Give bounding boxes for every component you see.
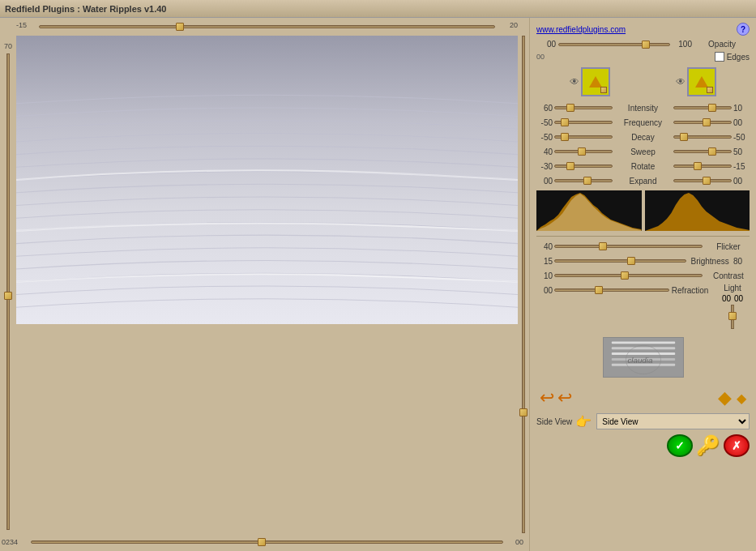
opacity-slider-thumb[interactable] — [642, 41, 650, 49]
undo-icon[interactable]: ↩ — [540, 387, 554, 408]
edges-checkbox[interactable] — [715, 52, 724, 62]
eye-icon-left[interactable]: 👁 — [570, 76, 579, 88]
wave-icon-group-right: 👁 — [676, 67, 716, 96]
rotate-thumb[interactable] — [566, 162, 574, 170]
intensity-left-value: 60 — [533, 104, 553, 113]
sweep-thumb-right[interactable] — [708, 147, 716, 156]
rotate-slider-right[interactable] — [673, 164, 732, 168]
light-vert-thumb[interactable] — [728, 312, 737, 320]
right-vert-thumb[interactable] — [519, 408, 527, 416]
opacity-label: Opacity — [694, 40, 750, 49]
top-slider-left-value: -15 — [16, 21, 27, 29]
decay-slider[interactable] — [554, 135, 613, 139]
refraction-section: 00 Refraction — [533, 284, 709, 297]
right-vert-slider[interactable] — [518, 36, 529, 533]
ok-button[interactable]: ✓ — [667, 434, 693, 457]
cancel-button[interactable]: ✗ — [724, 434, 750, 457]
wave-icons-row: 👁 👁 — [533, 64, 753, 100]
bottom-slider-thumb[interactable] — [258, 538, 266, 546]
rotate-thumb-right[interactable] — [694, 162, 702, 170]
opacity-slider-track[interactable] — [558, 43, 670, 46]
refraction-slider[interactable] — [554, 288, 669, 292]
right-vert-track[interactable] — [522, 36, 525, 533]
intensity-thumb-right[interactable] — [708, 104, 716, 112]
flicker-thumb[interactable] — [599, 242, 607, 250]
wave-icon-box-left[interactable] — [581, 67, 610, 96]
intensity-slider[interactable] — [554, 106, 613, 109]
left-panel: -15 20 70 — [0, 18, 529, 551]
flicker-label: Flicker — [704, 242, 753, 251]
refraction-thumb[interactable] — [595, 286, 603, 294]
frequency-thumb-right[interactable] — [703, 118, 711, 126]
sweep-slider[interactable] — [554, 150, 613, 153]
flicker-slider[interactable] — [554, 245, 703, 248]
left-vert-slider-thumb[interactable] — [4, 292, 12, 300]
expand-thumb[interactable] — [583, 177, 592, 185]
brightness-thumb[interactable] — [627, 257, 635, 265]
histogram-left — [536, 190, 642, 231]
flicker-left-value: 40 — [533, 242, 553, 251]
decay-thumb-right[interactable] — [680, 133, 688, 141]
side-view-dropdown[interactable]: Side View Top View Front View — [596, 413, 750, 429]
preview-thumbnail: claudia — [603, 337, 684, 378]
frequency-left-value: -50 — [533, 118, 553, 127]
help-button[interactable]: ? — [737, 23, 750, 36]
frequency-slider-right[interactable] — [673, 121, 732, 124]
edges-row: 00 Edges — [533, 51, 753, 62]
bottom-slider-track-container[interactable] — [31, 540, 503, 544]
ok-icon: ✓ — [675, 439, 685, 452]
bottom-slider-track[interactable] — [31, 540, 503, 544]
website-link[interactable]: www.redfieldplugins.com — [536, 25, 626, 34]
canvas-preview — [16, 36, 518, 533]
eye-icon-right[interactable]: 👁 — [676, 76, 686, 88]
top-slider-track[interactable] — [39, 25, 495, 28]
main-content: -15 20 70 — [0, 18, 756, 551]
intensity-thumb[interactable] — [566, 104, 574, 112]
edges-label: Edges — [727, 53, 750, 62]
light-values: 00 00 — [722, 294, 743, 303]
decay-left-value: -50 — [533, 133, 553, 142]
decay-right-value: -50 — [733, 133, 753, 142]
sweep-thumb[interactable] — [578, 147, 586, 156]
top-slider-right-value: 20 — [510, 21, 518, 29]
brightness-slider[interactable] — [554, 259, 686, 263]
redo-icon[interactable]: ↩ — [557, 387, 572, 408]
wave-icon-group-left: 👁 — [570, 67, 610, 96]
divider-1 — [536, 236, 750, 237]
expand-slider-right[interactable] — [673, 179, 732, 182]
wave-icon-box-right[interactable] — [687, 67, 716, 96]
intensity-slider-right[interactable] — [673, 106, 732, 109]
expand-thumb-right[interactable] — [703, 177, 711, 185]
svg-text:claudia: claudia — [627, 356, 653, 365]
frequency-slider[interactable] — [554, 121, 613, 124]
sweep-slider-right[interactable] — [673, 150, 732, 153]
diamond-icon-2[interactable]: ◆ — [737, 391, 746, 406]
svg-rect-5 — [611, 347, 674, 349]
sweep-label: Sweep — [614, 147, 671, 156]
decay-row: -50 Decay -50 — [533, 130, 753, 143]
ok-cancel-row: ✓ 🔑 ✗ — [533, 433, 753, 459]
diamond-icons: ◆ ◆ — [718, 387, 746, 408]
decay-thumb[interactable] — [561, 133, 569, 141]
frequency-thumb[interactable] — [561, 118, 569, 126]
top-slider-thumb[interactable] — [176, 23, 184, 31]
dropdown-label: Side View — [536, 417, 572, 426]
diamond-icon-1[interactable]: ◆ — [718, 387, 732, 408]
left-vert-slider-track[interactable] — [6, 53, 10, 530]
contrast-slider[interactable] — [554, 274, 703, 277]
left-ruler-value: 70 — [4, 42, 12, 50]
top-row: www.redfieldplugins.com ? — [533, 21, 753, 37]
rotate-row: -30 Rotate -15 — [533, 160, 753, 173]
contrast-thumb[interactable] — [621, 271, 629, 280]
expand-slider[interactable] — [554, 179, 613, 182]
svg-rect-0 — [16, 36, 518, 324]
opacity-row: 00 100 Opacity — [533, 39, 753, 49]
rotate-label: Rotate — [614, 162, 671, 171]
expand-row: 00 Expand 00 — [533, 174, 753, 187]
light-label: Light — [724, 284, 741, 293]
sweep-left-value: 40 — [533, 147, 553, 156]
refraction-label: Refraction — [671, 286, 709, 295]
rotate-slider[interactable] — [554, 164, 613, 168]
decay-slider-right[interactable] — [673, 135, 732, 139]
light-vert-slider[interactable] — [731, 305, 734, 329]
